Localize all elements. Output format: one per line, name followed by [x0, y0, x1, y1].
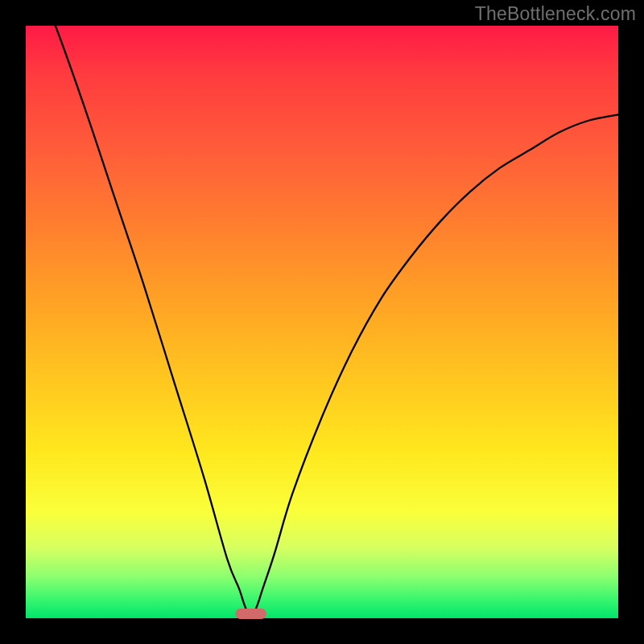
plot-area: [26, 26, 618, 618]
chart-frame: TheBottleneck.com: [0, 0, 644, 644]
chart-svg: [26, 26, 618, 618]
watermark-text: TheBottleneck.com: [475, 3, 636, 25]
minimum-marker: [236, 609, 266, 619]
svg-rect-0: [236, 609, 266, 619]
bottleneck-curve: [26, 0, 618, 618]
